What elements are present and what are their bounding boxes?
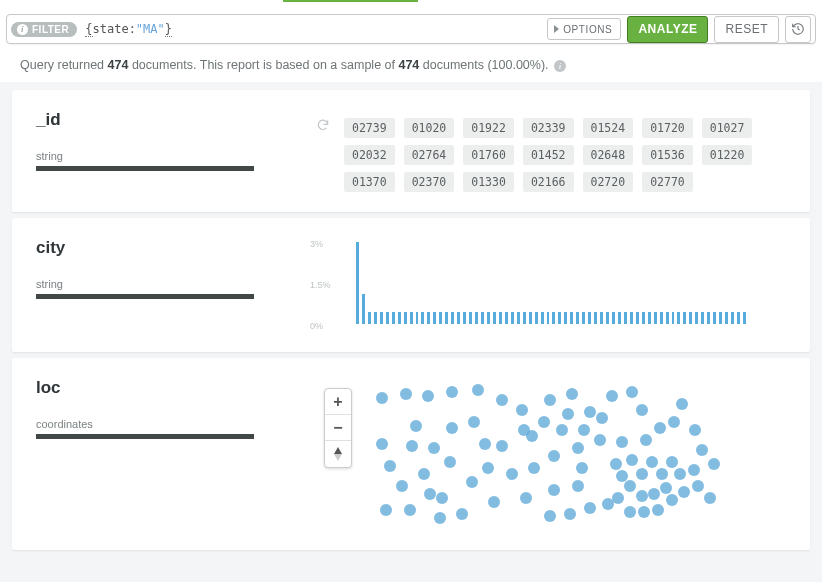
map-point[interactable] [400,388,412,400]
info-icon[interactable]: i [554,60,566,72]
map-point[interactable] [626,454,638,466]
value-chip[interactable]: 02166 [523,172,574,192]
chart-bar[interactable] [600,312,603,324]
chart-bar[interactable] [582,312,585,324]
map-point[interactable] [518,424,530,436]
map-point[interactable] [428,442,440,454]
map-point[interactable] [434,512,446,524]
value-chip[interactable]: 02370 [404,172,455,192]
value-chip[interactable]: 01220 [702,145,753,165]
chart-bar[interactable] [606,312,609,324]
map-point[interactable] [564,508,576,520]
map-point[interactable] [636,468,648,480]
map-point[interactable] [376,392,388,404]
chart-bar[interactable] [433,312,436,324]
map-point[interactable] [610,458,622,470]
map-point[interactable] [556,424,568,436]
map-point[interactable] [520,492,532,504]
chart-bar[interactable] [368,312,371,324]
chart-bar[interactable] [404,312,407,324]
chart-bar[interactable] [386,312,389,324]
value-chip[interactable]: 02339 [523,118,574,138]
map-point[interactable] [424,488,436,500]
map-point[interactable] [654,422,666,434]
chart-bar[interactable] [535,312,538,324]
chart-bar[interactable] [636,312,639,324]
zoom-in-button[interactable]: + [325,389,351,415]
map-point[interactable] [624,506,636,518]
map-point[interactable] [479,438,491,450]
filter-query[interactable]: {state:"MA"} [85,22,172,36]
chart-bar[interactable] [451,312,454,324]
value-chip[interactable]: 01452 [523,145,574,165]
chart-bar[interactable] [672,312,675,324]
map-point[interactable] [396,480,408,492]
map-point[interactable] [538,416,550,428]
chart-bar[interactable] [576,312,579,324]
map-point[interactable] [406,440,418,452]
chart-bar[interactable] [410,312,413,324]
map-point[interactable] [689,424,701,436]
map-point[interactable] [704,492,716,504]
map-point[interactable] [548,450,560,462]
chart-bar[interactable] [588,312,591,324]
reset-button[interactable]: RESET [714,16,779,43]
chart-bar[interactable] [445,312,448,324]
chart-bar[interactable] [505,312,508,324]
map-point[interactable] [404,504,416,516]
value-chip[interactable]: 01330 [463,172,514,192]
value-chip[interactable]: 01020 [404,118,455,138]
chart-bar[interactable] [421,312,424,324]
map-point[interactable] [566,388,578,400]
map-point[interactable] [636,490,648,502]
chart-bar[interactable] [416,312,419,324]
map-point[interactable] [562,408,574,420]
map-point[interactable] [482,462,494,474]
chart-bar[interactable] [523,312,526,324]
chart-bar[interactable] [547,312,550,324]
map-point[interactable] [652,504,664,516]
chart-bar[interactable] [398,312,401,324]
map-point[interactable] [578,424,590,436]
map-point[interactable] [660,482,672,494]
chart-bar[interactable] [707,312,710,324]
chart-bar[interactable] [624,312,627,324]
map-point[interactable] [612,492,624,504]
map-point[interactable] [584,406,596,418]
map-point[interactable] [376,438,388,450]
map-point[interactable] [516,404,528,416]
map-point[interactable] [666,456,678,468]
chart-bar[interactable] [719,312,722,324]
map-point[interactable] [646,456,658,468]
map-point[interactable] [506,468,518,480]
chart-bar[interactable] [677,312,680,324]
value-chip[interactable]: 01922 [463,118,514,138]
value-chip[interactable]: 02032 [344,145,395,165]
chart-bar[interactable] [552,312,555,324]
map-point[interactable] [572,442,584,454]
chart-bar[interactable] [558,312,561,324]
map-point[interactable] [616,436,628,448]
chart-bar[interactable] [630,312,633,324]
options-button[interactable]: OPTIONS [547,18,621,40]
value-chip[interactable]: 01027 [702,118,753,138]
chart-bar[interactable] [374,312,377,324]
chart-bar[interactable] [654,312,657,324]
map-point[interactable] [468,416,480,428]
chart-bar[interactable] [666,312,669,324]
chart-bar[interactable] [725,312,728,324]
map-point[interactable] [572,480,584,492]
chart-bar[interactable] [457,312,460,324]
map-point[interactable] [656,468,668,480]
chart-bar[interactable] [469,312,472,324]
map-point[interactable] [666,494,678,506]
value-chip[interactable]: 01720 [642,118,693,138]
chart-bar[interactable] [475,312,478,324]
map-point[interactable] [692,480,704,492]
analyze-button[interactable]: ANALYZE [627,16,708,43]
chart-bar[interactable] [612,312,615,324]
map-point[interactable] [410,420,422,432]
map-point[interactable] [436,492,448,504]
map-point[interactable] [638,506,650,518]
map-point[interactable] [696,444,708,456]
